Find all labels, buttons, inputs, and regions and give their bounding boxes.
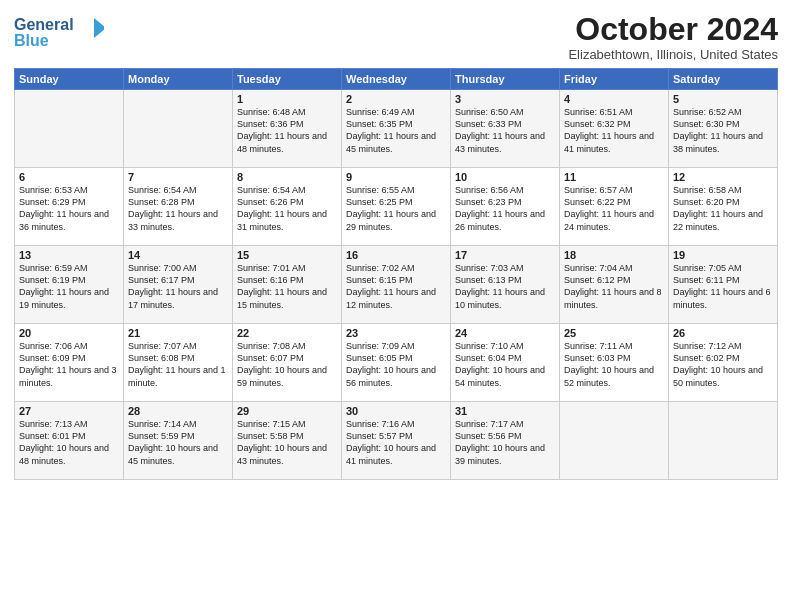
day-cell-15: 15Sunrise: 7:01 AM Sunset: 6:16 PM Dayli… xyxy=(233,246,342,324)
day-number: 18 xyxy=(564,249,664,261)
day-info: Sunrise: 7:02 AM Sunset: 6:15 PM Dayligh… xyxy=(346,262,446,311)
day-number: 12 xyxy=(673,171,773,183)
day-info: Sunrise: 6:59 AM Sunset: 6:19 PM Dayligh… xyxy=(19,262,119,311)
svg-marker-2 xyxy=(94,18,104,38)
day-cell-28: 28Sunrise: 7:14 AM Sunset: 5:59 PM Dayli… xyxy=(124,402,233,480)
day-cell-24: 24Sunrise: 7:10 AM Sunset: 6:04 PM Dayli… xyxy=(451,324,560,402)
day-cell-22: 22Sunrise: 7:08 AM Sunset: 6:07 PM Dayli… xyxy=(233,324,342,402)
day-info: Sunrise: 7:08 AM Sunset: 6:07 PM Dayligh… xyxy=(237,340,337,389)
day-number: 14 xyxy=(128,249,228,261)
empty-cell xyxy=(15,90,124,168)
day-number: 29 xyxy=(237,405,337,417)
title-block: October 2024 Elizabethtown, Illinois, Un… xyxy=(568,12,778,62)
day-cell-17: 17Sunrise: 7:03 AM Sunset: 6:13 PM Dayli… xyxy=(451,246,560,324)
day-number: 3 xyxy=(455,93,555,105)
calendar-table: SundayMondayTuesdayWednesdayThursdayFrid… xyxy=(14,68,778,480)
day-cell-18: 18Sunrise: 7:04 AM Sunset: 6:12 PM Dayli… xyxy=(560,246,669,324)
day-info: Sunrise: 7:03 AM Sunset: 6:13 PM Dayligh… xyxy=(455,262,555,311)
weekday-header-sunday: Sunday xyxy=(15,69,124,90)
day-number: 23 xyxy=(346,327,446,339)
day-number: 26 xyxy=(673,327,773,339)
day-number: 24 xyxy=(455,327,555,339)
day-info: Sunrise: 6:50 AM Sunset: 6:33 PM Dayligh… xyxy=(455,106,555,155)
day-number: 2 xyxy=(346,93,446,105)
day-cell-8: 8Sunrise: 6:54 AM Sunset: 6:26 PM Daylig… xyxy=(233,168,342,246)
day-info: Sunrise: 6:56 AM Sunset: 6:23 PM Dayligh… xyxy=(455,184,555,233)
day-number: 4 xyxy=(564,93,664,105)
location: Elizabethtown, Illinois, United States xyxy=(568,47,778,62)
day-info: Sunrise: 6:48 AM Sunset: 6:36 PM Dayligh… xyxy=(237,106,337,155)
header-row: General Blue October 2024 Elizabethtown,… xyxy=(14,12,778,62)
day-info: Sunrise: 6:55 AM Sunset: 6:25 PM Dayligh… xyxy=(346,184,446,233)
day-info: Sunrise: 7:00 AM Sunset: 6:17 PM Dayligh… xyxy=(128,262,228,311)
day-number: 25 xyxy=(564,327,664,339)
week-row-3: 13Sunrise: 6:59 AM Sunset: 6:19 PM Dayli… xyxy=(15,246,778,324)
day-cell-6: 6Sunrise: 6:53 AM Sunset: 6:29 PM Daylig… xyxy=(15,168,124,246)
day-cell-1: 1Sunrise: 6:48 AM Sunset: 6:36 PM Daylig… xyxy=(233,90,342,168)
weekday-header-tuesday: Tuesday xyxy=(233,69,342,90)
calendar-container: General Blue October 2024 Elizabethtown,… xyxy=(0,0,792,612)
day-info: Sunrise: 7:13 AM Sunset: 6:01 PM Dayligh… xyxy=(19,418,119,467)
weekday-header-saturday: Saturday xyxy=(669,69,778,90)
day-cell-16: 16Sunrise: 7:02 AM Sunset: 6:15 PM Dayli… xyxy=(342,246,451,324)
day-cell-7: 7Sunrise: 6:54 AM Sunset: 6:28 PM Daylig… xyxy=(124,168,233,246)
day-number: 31 xyxy=(455,405,555,417)
day-number: 30 xyxy=(346,405,446,417)
day-cell-25: 25Sunrise: 7:11 AM Sunset: 6:03 PM Dayli… xyxy=(560,324,669,402)
day-cell-10: 10Sunrise: 6:56 AM Sunset: 6:23 PM Dayli… xyxy=(451,168,560,246)
empty-cell xyxy=(124,90,233,168)
week-row-1: 1Sunrise: 6:48 AM Sunset: 6:36 PM Daylig… xyxy=(15,90,778,168)
day-info: Sunrise: 6:49 AM Sunset: 6:35 PM Dayligh… xyxy=(346,106,446,155)
day-cell-19: 19Sunrise: 7:05 AM Sunset: 6:11 PM Dayli… xyxy=(669,246,778,324)
empty-cell xyxy=(669,402,778,480)
day-info: Sunrise: 6:52 AM Sunset: 6:30 PM Dayligh… xyxy=(673,106,773,155)
day-number: 20 xyxy=(19,327,119,339)
svg-text:General: General xyxy=(14,16,74,33)
day-number: 15 xyxy=(237,249,337,261)
day-cell-26: 26Sunrise: 7:12 AM Sunset: 6:02 PM Dayli… xyxy=(669,324,778,402)
week-row-4: 20Sunrise: 7:06 AM Sunset: 6:09 PM Dayli… xyxy=(15,324,778,402)
day-cell-31: 31Sunrise: 7:17 AM Sunset: 5:56 PM Dayli… xyxy=(451,402,560,480)
weekday-header-monday: Monday xyxy=(124,69,233,90)
day-info: Sunrise: 7:10 AM Sunset: 6:04 PM Dayligh… xyxy=(455,340,555,389)
day-cell-2: 2Sunrise: 6:49 AM Sunset: 6:35 PM Daylig… xyxy=(342,90,451,168)
day-cell-29: 29Sunrise: 7:15 AM Sunset: 5:58 PM Dayli… xyxy=(233,402,342,480)
day-cell-23: 23Sunrise: 7:09 AM Sunset: 6:05 PM Dayli… xyxy=(342,324,451,402)
day-info: Sunrise: 7:16 AM Sunset: 5:57 PM Dayligh… xyxy=(346,418,446,467)
day-info: Sunrise: 6:51 AM Sunset: 6:32 PM Dayligh… xyxy=(564,106,664,155)
day-number: 1 xyxy=(237,93,337,105)
day-info: Sunrise: 7:17 AM Sunset: 5:56 PM Dayligh… xyxy=(455,418,555,467)
day-info: Sunrise: 6:58 AM Sunset: 6:20 PM Dayligh… xyxy=(673,184,773,233)
day-info: Sunrise: 7:06 AM Sunset: 6:09 PM Dayligh… xyxy=(19,340,119,389)
day-cell-13: 13Sunrise: 6:59 AM Sunset: 6:19 PM Dayli… xyxy=(15,246,124,324)
day-cell-11: 11Sunrise: 6:57 AM Sunset: 6:22 PM Dayli… xyxy=(560,168,669,246)
day-number: 19 xyxy=(673,249,773,261)
weekday-header-friday: Friday xyxy=(560,69,669,90)
month-title: October 2024 xyxy=(568,12,778,47)
day-cell-12: 12Sunrise: 6:58 AM Sunset: 6:20 PM Dayli… xyxy=(669,168,778,246)
day-cell-9: 9Sunrise: 6:55 AM Sunset: 6:25 PM Daylig… xyxy=(342,168,451,246)
day-cell-21: 21Sunrise: 7:07 AM Sunset: 6:08 PM Dayli… xyxy=(124,324,233,402)
day-number: 10 xyxy=(455,171,555,183)
day-info: Sunrise: 7:09 AM Sunset: 6:05 PM Dayligh… xyxy=(346,340,446,389)
weekday-header-thursday: Thursday xyxy=(451,69,560,90)
day-number: 22 xyxy=(237,327,337,339)
day-info: Sunrise: 7:05 AM Sunset: 6:11 PM Dayligh… xyxy=(673,262,773,311)
weekday-header-row: SundayMondayTuesdayWednesdayThursdayFrid… xyxy=(15,69,778,90)
svg-text:Blue: Blue xyxy=(14,32,49,49)
day-number: 5 xyxy=(673,93,773,105)
day-cell-14: 14Sunrise: 7:00 AM Sunset: 6:17 PM Dayli… xyxy=(124,246,233,324)
day-cell-20: 20Sunrise: 7:06 AM Sunset: 6:09 PM Dayli… xyxy=(15,324,124,402)
day-number: 8 xyxy=(237,171,337,183)
day-cell-3: 3Sunrise: 6:50 AM Sunset: 6:33 PM Daylig… xyxy=(451,90,560,168)
day-number: 17 xyxy=(455,249,555,261)
day-info: Sunrise: 7:14 AM Sunset: 5:59 PM Dayligh… xyxy=(128,418,228,467)
day-info: Sunrise: 6:54 AM Sunset: 6:28 PM Dayligh… xyxy=(128,184,228,233)
day-number: 16 xyxy=(346,249,446,261)
day-number: 13 xyxy=(19,249,119,261)
day-number: 28 xyxy=(128,405,228,417)
week-row-2: 6Sunrise: 6:53 AM Sunset: 6:29 PM Daylig… xyxy=(15,168,778,246)
empty-cell xyxy=(560,402,669,480)
day-cell-5: 5Sunrise: 6:52 AM Sunset: 6:30 PM Daylig… xyxy=(669,90,778,168)
logo: General Blue xyxy=(14,12,104,50)
